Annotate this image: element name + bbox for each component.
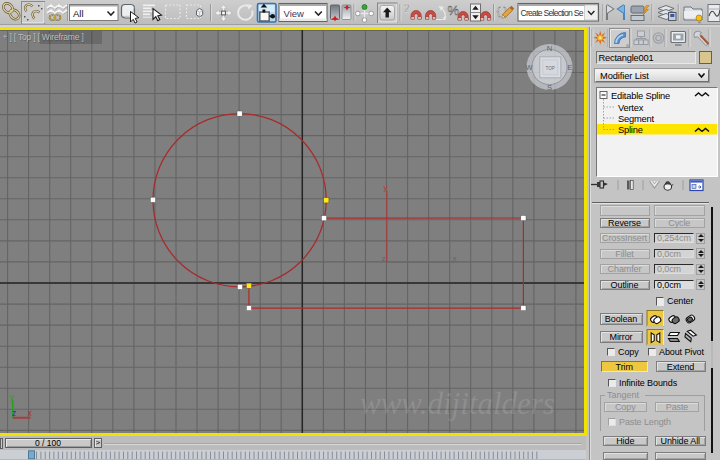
svg-text:Segment: Segment xyxy=(618,113,654,123)
svg-text:Spline: Spline xyxy=(618,124,643,134)
svg-text:W: W xyxy=(525,63,533,72)
svg-text:View: View xyxy=(284,8,305,19)
svg-text:S: S xyxy=(547,83,552,92)
svg-text:2: 2 xyxy=(404,3,410,14)
svg-text:x: x xyxy=(453,254,457,263)
svg-text:N: N xyxy=(547,44,552,53)
svg-text:y: y xyxy=(384,183,388,192)
svg-text:a: a xyxy=(626,42,629,48)
svg-text:%: % xyxy=(448,3,460,18)
svg-text:Create Selection Se: Create Selection Se xyxy=(521,8,584,18)
svg-text:Editable Spline: Editable Spline xyxy=(611,91,670,101)
svg-text:All: All xyxy=(73,8,84,19)
svg-text:E: E xyxy=(567,63,572,72)
svg-text:Vertex: Vertex xyxy=(618,102,644,112)
svg-text:y: y xyxy=(10,392,15,402)
svg-text:TOP: TOP xyxy=(546,66,555,71)
svg-text:z: z xyxy=(382,254,386,263)
svg-text:ABC: ABC xyxy=(498,18,509,24)
svg-text:z: z xyxy=(12,408,16,418)
